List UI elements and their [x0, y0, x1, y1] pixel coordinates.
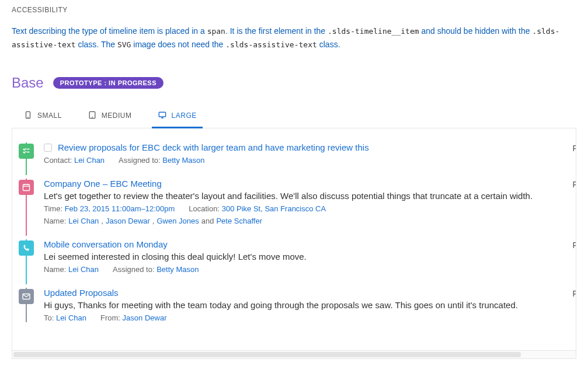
svg-rect-4: [159, 112, 165, 117]
meta-link[interactable]: Betty Mason: [156, 265, 199, 274]
meta-row: Name: Lei Chan, Jason Dewar, Gwen Jones …: [44, 217, 563, 225]
tab-label: LARGE: [172, 111, 197, 120]
meta-link[interactable]: Jason Dewar: [106, 217, 150, 225]
truncated-right: F: [572, 179, 576, 225]
intro-text: class. The: [76, 40, 117, 49]
tab-small[interactable]: SMALL: [21, 105, 64, 128]
task-checkbox[interactable]: [44, 144, 52, 152]
intro-text: Text describing the type of timeline ite…: [12, 26, 207, 36]
timeline-rail: [18, 179, 34, 225]
code-timeline-item: .slds-timeline__item: [328, 27, 419, 36]
timeline-desc: Lei seemed interested in closing this de…: [44, 252, 563, 262]
event-icon: [19, 180, 34, 195]
timeline-title-link[interactable]: Review proposals for EBC deck with large…: [58, 142, 369, 152]
timeline-item-call: Mobile conversation on Monday Lei seemed…: [18, 236, 576, 284]
meta-row: Time: Feb 23, 2015 11:00am–12:00pm Locat…: [44, 204, 563, 213]
tab-large[interactable]: LARGE: [155, 105, 199, 128]
timeline-title-link[interactable]: Company One – EBC Meeting: [44, 179, 162, 189]
desktop-icon: [158, 111, 167, 121]
truncated-right: F: [572, 288, 576, 322]
code-assistive-text-2: .slds-assistive-text: [225, 40, 317, 49]
meta-link[interactable]: Jason Dewar: [123, 313, 167, 322]
meta-label: Assigned to:: [113, 265, 155, 274]
phone-icon: [23, 111, 33, 121]
svg-rect-9: [23, 184, 30, 191]
meta-link[interactable]: Lei Chan: [56, 313, 86, 322]
meta-link[interactable]: Betty Mason: [162, 156, 204, 165]
meta-label: Name:: [44, 217, 66, 225]
call-icon: [19, 240, 34, 256]
task-icon: [19, 144, 34, 159]
meta-row: Contact: Lei Chan Assigned to: Betty Mas…: [44, 156, 563, 165]
email-icon: [19, 289, 34, 304]
timeline-item-event: Company One – EBC Meeting Let's get toge…: [18, 175, 576, 236]
truncated-right: F: [572, 239, 576, 274]
timeline-title-link[interactable]: Updated Proposals: [44, 288, 119, 298]
meta-link[interactable]: Gwen Jones: [156, 217, 199, 225]
meta-label: Assigned to:: [119, 156, 161, 165]
tab-label: MEDIUM: [102, 111, 132, 120]
timeline-rail: [18, 288, 34, 322]
tab-label: SMALL: [37, 111, 62, 120]
meta-row: Name: Lei Chan Assigned to: Betty Mason: [44, 265, 563, 274]
meta-label: To:: [44, 313, 54, 322]
truncated-right: F: [572, 142, 576, 165]
meta-label: Contact:: [44, 156, 72, 165]
timeline-content: Review proposals for EBC deck with large…: [44, 142, 563, 165]
meta-label: Location:: [189, 204, 220, 213]
tab-medium[interactable]: MEDIUM: [85, 105, 134, 128]
size-tabs: SMALL MEDIUM LARGE: [12, 105, 576, 128]
intro-text: class.: [317, 40, 340, 49]
timeline-rail: [18, 142, 34, 165]
meta-link[interactable]: Feb 23, 2015 11:00am–12:00pm: [65, 204, 175, 213]
code-span: span: [207, 27, 225, 36]
timeline-title-link[interactable]: Mobile conversation on Monday: [44, 239, 168, 249]
meta-link[interactable]: Lei Chan: [68, 265, 99, 274]
meta-and: and: [201, 217, 214, 225]
timeline-desc: Let's get together to review the theater…: [44, 191, 563, 201]
meta-link[interactable]: 300 Pike St, San Francisco CA: [222, 204, 326, 213]
timeline-content: Mobile conversation on Monday Lei seemed…: [44, 239, 563, 274]
variant-title: Base: [12, 75, 44, 91]
meta-label: From:: [100, 313, 120, 322]
section-heading: ACCESSIBILITY: [12, 6, 576, 14]
example-panel: Review proposals for EBC deck with large…: [12, 128, 576, 351]
intro-text: . It is the first element in the: [225, 26, 328, 36]
variant-header: Base PROTOTYPE : IN PROGRESS: [12, 75, 576, 91]
timeline-content: Company One – EBC Meeting Let's get toge…: [44, 179, 563, 225]
meta-link[interactable]: Pete Schaffer: [216, 217, 262, 225]
timeline-rail: [18, 239, 34, 274]
timeline-desc: Hi guys, Thanks for meeting with the tea…: [44, 300, 563, 310]
status-badge: PROTOTYPE : IN PROGRESS: [53, 77, 163, 89]
timeline-item-task: Review proposals for EBC deck with large…: [18, 139, 576, 175]
meta-label: Time:: [44, 204, 62, 213]
meta-link[interactable]: Lei Chan: [68, 217, 99, 225]
tablet-icon: [88, 111, 97, 121]
code-svg: SVG: [117, 40, 131, 49]
timeline-content: Updated Proposals Hi guys, Thanks for me…: [44, 288, 563, 322]
timeline: Review proposals for EBC deck with large…: [18, 139, 576, 333]
timeline-item-email: Updated Proposals Hi guys, Thanks for me…: [18, 284, 576, 333]
meta-label: Name:: [44, 265, 66, 274]
meta-row: To: Lei Chan From: Jason Dewar: [44, 313, 563, 322]
intro-text: and should be hidden with the: [419, 26, 533, 36]
intro-text: image does not need the: [131, 40, 225, 49]
horizontal-scrollbar[interactable]: [12, 351, 576, 359]
meta-link[interactable]: Lei Chan: [74, 156, 105, 165]
intro-paragraph: Text describing the type of timeline ite…: [12, 25, 576, 51]
